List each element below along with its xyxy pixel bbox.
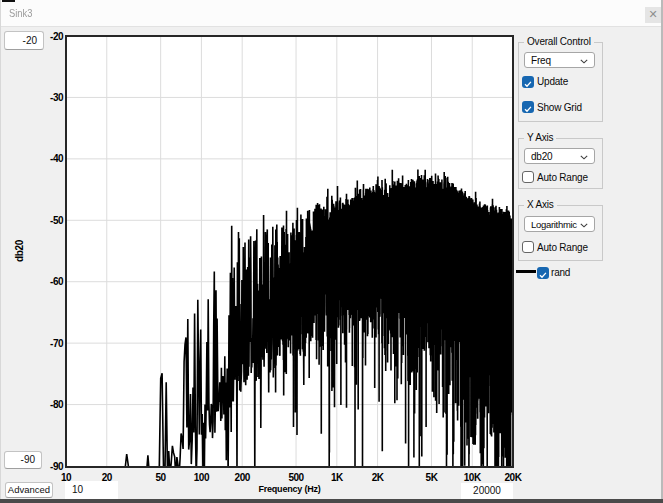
svg-text:-20: -20 (50, 31, 64, 42)
svg-text:5K: 5K (426, 472, 439, 483)
svg-text:db20: db20 (14, 239, 25, 262)
svg-text:10K: 10K (464, 472, 482, 483)
svg-text:-50: -50 (50, 215, 64, 226)
svg-text:-70: -70 (50, 338, 64, 349)
svg-text:Frequency (Hz): Frequency (Hz) (258, 484, 320, 494)
svg-text:50: 50 (156, 472, 167, 483)
svg-text:1K: 1K (331, 472, 344, 483)
svg-text:-40: -40 (50, 153, 64, 164)
svg-text:-60: -60 (50, 276, 64, 287)
svg-text:100: 100 (194, 472, 210, 483)
svg-text:-90: -90 (50, 461, 64, 472)
svg-text:20K: 20K (505, 472, 523, 483)
svg-text:500: 500 (289, 472, 305, 483)
svg-text:-80: -80 (50, 399, 64, 410)
svg-text:2K: 2K (372, 472, 385, 483)
svg-text:-30: -30 (50, 92, 64, 103)
svg-text:200: 200 (235, 472, 251, 483)
